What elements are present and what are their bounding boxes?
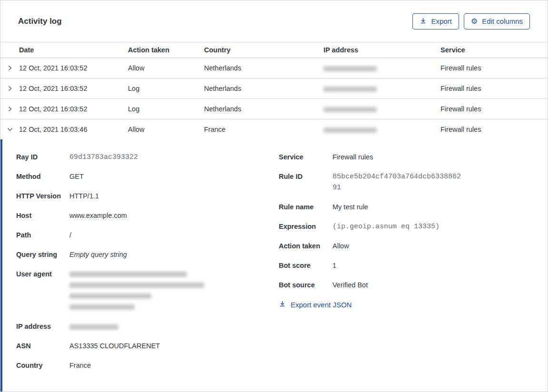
- cell-service: Firewall rules: [440, 64, 548, 72]
- detail-field-host: Host www.example.com: [16, 210, 279, 221]
- gear-icon: ⚙: [471, 18, 478, 25]
- edit-columns-button[interactable]: ⚙ Edit columns: [464, 13, 530, 29]
- column-header-date: Date: [19, 46, 128, 54]
- detail-left-column: Ray ID 69d13783ac393322 Method GET HTTP …: [16, 152, 279, 392]
- detail-field-service: Service Firewall rules: [279, 152, 548, 163]
- chevron-right-icon[interactable]: [0, 106, 19, 112]
- cell-service: Firewall rules: [440, 85, 548, 92]
- cell-action-taken: Log: [128, 105, 204, 113]
- activity-log-panel: Activity log Export ⚙ Edit columns Date …: [0, 0, 548, 392]
- table-header: Date Action taken Country IP address Ser…: [0, 42, 548, 58]
- detail-field-rule-id: Rule ID 85bce5b204cf4703a764dcb633886291: [279, 171, 548, 193]
- page-title: Activity log: [18, 17, 62, 26]
- detail-field-user-agent: User agent: [16, 269, 279, 313]
- detail-field-http-version: HTTP Version HTTP/1.1: [16, 191, 279, 202]
- detail-field-country: Country France: [16, 360, 279, 371]
- detail-field-action-taken: Action taken Allow: [279, 241, 548, 252]
- cell-date: 12 Oct, 2021 16:03:52: [19, 64, 128, 72]
- detail-field-expression: Expression (ip.geoip.asnum eq 13335): [279, 221, 548, 232]
- column-header-ip-address: IP address: [323, 46, 440, 54]
- cell-country: Netherlands: [204, 105, 323, 113]
- chevron-down-icon[interactable]: [0, 126, 19, 133]
- export-button-label: Export: [431, 17, 451, 25]
- cell-country: France: [204, 126, 323, 133]
- detail-right-column: Service Firewall rules Rule ID 85bce5b20…: [279, 152, 548, 392]
- event-detail-panel: Ray ID 69d13783ac393322 Method GET HTTP …: [0, 139, 548, 392]
- table-row[interactable]: 12 Oct, 2021 16:03:52 Allow Netherlands …: [0, 58, 548, 78]
- detail-field-asn: ASN AS13335 CLOUDFLARENET: [16, 341, 279, 352]
- edit-columns-button-label: Edit columns: [482, 17, 523, 25]
- column-header-action-taken: Action taken: [128, 46, 204, 54]
- detail-field-ip-address: IP address: [16, 321, 279, 332]
- cell-ip-address-redacted: [323, 64, 440, 72]
- table-row[interactable]: 12 Oct, 2021 16:03:52 Log Netherlands Fi…: [0, 99, 548, 119]
- column-header-service: Service: [440, 46, 548, 54]
- download-icon: [420, 17, 427, 26]
- table-row-expanded[interactable]: 12 Oct, 2021 16:03:46 Allow France Firew…: [0, 119, 548, 139]
- cell-service: Firewall rules: [440, 105, 548, 113]
- detail-field-path: Path /: [16, 230, 279, 241]
- cell-ip-address-redacted: [323, 126, 440, 133]
- cell-action-taken: Allow: [128, 126, 204, 133]
- cell-date: 12 Oct, 2021 16:03:52: [19, 85, 128, 92]
- topbar: Activity log Export ⚙ Edit columns: [0, 0, 548, 42]
- cell-action-taken: Log: [128, 85, 204, 92]
- user-agent-redacted: [69, 269, 204, 313]
- chevron-right-icon[interactable]: [0, 85, 19, 92]
- cell-service: Firewall rules: [440, 126, 548, 133]
- cell-date: 12 Oct, 2021 16:03:46: [19, 126, 128, 133]
- detail-field-bot-score: Bot score 1: [279, 260, 548, 271]
- export-event-json-label: Export event JSON: [291, 301, 352, 309]
- cell-date: 12 Oct, 2021 16:03:52: [19, 105, 128, 113]
- cell-ip-address-redacted: [323, 105, 440, 113]
- chevron-right-icon[interactable]: [0, 65, 19, 71]
- cell-country: Netherlands: [204, 64, 323, 72]
- toolbar-buttons: Export ⚙ Edit columns: [412, 13, 530, 29]
- detail-field-method: Method GET: [16, 171, 279, 182]
- detail-field-rule-name: Rule name My test rule: [279, 202, 548, 213]
- table-row[interactable]: 12 Oct, 2021 16:03:52 Log Netherlands Fi…: [0, 78, 548, 99]
- cell-action-taken: Allow: [128, 64, 204, 72]
- export-event-json-link[interactable]: Export event JSON: [279, 300, 352, 309]
- detail-field-ray-id: Ray ID 69d13783ac393322: [16, 152, 279, 163]
- detail-field-query-string: Query string Empty query string: [16, 249, 279, 260]
- ip-address-redacted: [69, 321, 118, 332]
- cell-country: Netherlands: [204, 85, 323, 92]
- download-icon: [279, 300, 286, 309]
- export-button[interactable]: Export: [412, 13, 459, 29]
- detail-field-bot-source: Bot source Verified Bot: [279, 280, 548, 291]
- column-header-country: Country: [204, 46, 323, 54]
- cell-ip-address-redacted: [323, 85, 440, 92]
